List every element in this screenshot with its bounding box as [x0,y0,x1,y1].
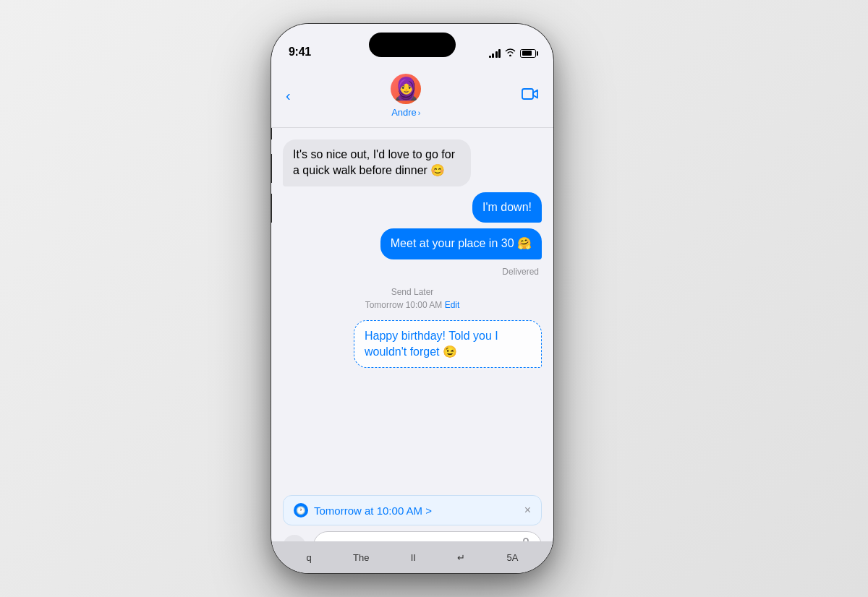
keyboard-key-3[interactable]: II [411,552,416,563]
contact-info[interactable]: 🧕 Andre › [391,74,421,118]
back-chevron-icon: ‹ [286,87,291,104]
messages-area: It's so nice out, I'd love to go for a q… [271,128,553,429]
back-button[interactable]: ‹ [286,87,291,104]
delivered-status: Delivered [502,267,539,277]
screen: 9:41 [271,24,553,573]
avatar: 🧕 [391,74,421,104]
keyboard-hint: q The II ↵ 5A [271,541,553,573]
status-icons [489,48,537,59]
scheduled-banner: 🕐 Tomorrow at 10:00 AM > × [283,495,542,525]
send-later-edit-button[interactable]: Edit [445,300,460,310]
send-later-label: Send Later [365,285,460,298]
battery-icon [520,49,536,58]
wifi-icon [505,48,516,59]
message-bubble-sent-2: Meet at your place in 30 🤗 [380,228,542,259]
keyboard-key-2[interactable]: The [353,552,369,563]
message-bubble-scheduled: Happy birthday! Told you I wouldn't forg… [354,320,542,369]
phone-frame: 9:41 [271,24,553,573]
nav-header: ‹ 🧕 Andre › [271,64,553,128]
keyboard-key-4[interactable]: ↵ [457,552,465,563]
scheduled-banner-content: 🕐 Tomorrow at 10:00 AM > [294,503,432,517]
signal-icon [489,49,501,58]
send-later-info: Send Later Tomorrow 10:00 AM Edit [365,285,460,312]
contact-chevron-icon: › [418,108,421,117]
message-bubble-received: It's so nice out, I'd love to go for a q… [283,139,471,186]
keyboard-key-5[interactable]: 5A [506,552,518,563]
send-later-time: Tomorrow 10:00 AM Edit [365,298,460,312]
status-time: 9:41 [289,46,311,59]
clock-icon: 🕐 [294,503,308,517]
scheduled-time-label[interactable]: Tomorrow at 10:00 AM > [314,504,432,517]
keyboard-key-1[interactable]: q [307,552,312,563]
message-bubble-sent-1: I'm down! [472,192,542,223]
scheduled-close-button[interactable]: × [524,504,531,517]
svg-rect-0 [522,89,533,99]
video-call-button[interactable] [522,87,539,104]
scene: 9:41 [0,0,868,597]
dynamic-island [369,33,456,57]
contact-name: Andre › [391,107,420,118]
